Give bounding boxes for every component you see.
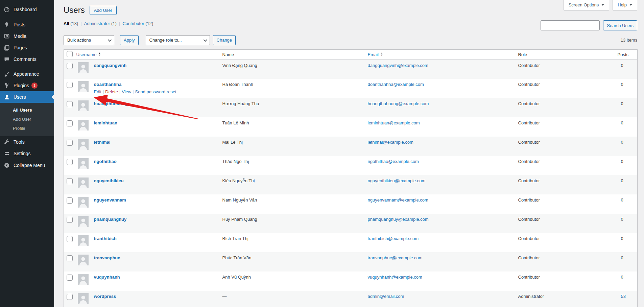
delete-action-link[interactable]: Delete [105,89,118,94]
username-link[interactable]: wordpress [94,294,116,299]
row-checkbox[interactable] [67,63,73,69]
help-button[interactable]: Help [613,0,637,10]
user-posts-count[interactable]: 53 [621,294,626,299]
user-email-link[interactable]: vuquynhanh@example.com [368,275,422,280]
username-link[interactable]: hoangthuhuong [94,101,127,106]
sidebar-item-appearance[interactable]: Appearance [0,68,54,80]
row-checkbox[interactable] [67,101,73,107]
user-posts-count[interactable]: 0 [621,159,623,164]
username-link[interactable]: lethimai [94,140,111,145]
user-avatar [78,120,89,131]
user-row-phamquanghuy: phamquanghuyHuy Phạm Quangphamquanghuy@e… [64,214,638,233]
user-name: Hương Hoàng Thu [222,98,368,117]
add-user-button[interactable]: Add User [90,6,117,15]
view-action-link[interactable]: View [122,89,131,94]
row-checkbox[interactable] [67,197,73,204]
filter-contributor[interactable]: Contributor [122,21,144,26]
user-posts-count[interactable]: 0 [621,236,623,241]
username-link[interactable]: leminhtuan [94,120,117,125]
submenu-item-add-user[interactable]: Add User [0,115,54,124]
row-checkbox[interactable] [67,178,73,184]
username-link[interactable]: ngothithao [94,159,117,164]
row-checkbox[interactable] [67,120,73,126]
row-checkbox[interactable] [67,217,73,223]
comment-icon [3,56,10,63]
username-link[interactable]: doanthanhha [94,82,122,87]
user-email-link[interactable]: nguyenvannam@example.com [368,197,428,203]
row-checkbox[interactable] [67,82,73,88]
username-link[interactable]: tranvanphuc [94,255,120,260]
user-name: Tuấn Lê Minh [222,117,368,137]
sidebar-item-plugins[interactable]: Plugins1 [0,80,54,91]
row-checkbox[interactable] [67,236,73,242]
sidebar-item-users[interactable]: Users [0,91,54,103]
submenu-item-profile[interactable]: Profile [0,124,54,133]
user-email-link[interactable]: phamquanghuy@example.com [368,217,429,222]
sidebar-item-comments[interactable]: Comments [0,53,54,65]
wrench-icon [3,139,10,145]
row-checkbox[interactable] [67,275,73,281]
table-header-row: Username ▲▼ Name Email ▲▼ [64,49,638,60]
row-checkbox[interactable] [67,140,73,146]
update-count-badge: 1 [31,82,38,89]
reset-action-link[interactable]: Send password reset [135,89,176,94]
filter-administrator[interactable]: Administrator [84,21,110,26]
change-role-select[interactable]: Change role to... [146,35,210,45]
sidebar-item-posts[interactable]: Posts [0,19,54,30]
user-email-link[interactable]: leminhtuan@example.com [368,120,420,125]
user-posts-count[interactable]: 0 [621,255,623,260]
row-checkbox[interactable] [67,255,73,261]
user-posts-count[interactable]: 0 [621,217,623,222]
search-users-input[interactable] [541,20,600,30]
sidebar-item-media[interactable]: Media [0,30,54,42]
sidebar-item-label: Plugins [14,83,29,88]
user-email-link[interactable]: tranthibich@example.com [368,236,419,241]
user-name: Thảo Ngô Thị [222,156,368,175]
sidebar-item-pages[interactable]: Pages [0,42,54,53]
sidebar-item-dashboard[interactable]: Dashboard [0,4,54,15]
username-link[interactable]: phamquanghuy [94,217,127,222]
sidebar-item-label: Appearance [14,71,39,77]
row-checkbox[interactable] [67,294,73,300]
user-row-tranvanphuc: tranvanphucPhúc Trần Văntranvanphuc@exam… [64,252,638,271]
change-button[interactable]: Change [213,35,236,45]
select-all-checkbox[interactable] [67,51,73,57]
user-email-link[interactable]: dangquangvinh@example.com [368,63,428,68]
user-posts-count[interactable]: 0 [621,101,623,106]
username-link[interactable]: tranthibich [94,236,117,241]
chevron-down-icon [203,38,207,42]
bulk-actions-select[interactable]: Bulk actions [64,35,114,45]
username-link[interactable]: nguyenthikieu [94,178,124,183]
sidebar-item-collapse-menu[interactable]: Collapse Menu [0,160,54,171]
user-email-link[interactable]: hoangthuhuong@example.com [368,101,429,106]
user-email-link[interactable]: admin@email.com [368,294,404,299]
user-posts-count[interactable]: 0 [621,63,623,68]
user-posts-count[interactable]: 0 [621,178,623,183]
username-link[interactable]: nguyenvannam [94,197,126,203]
user-email-link[interactable]: lethimai@example.com [368,140,413,145]
user-email-link[interactable]: ngothithao@example.com [368,159,419,164]
user-posts-count[interactable]: 0 [621,140,623,145]
user-posts-count[interactable]: 0 [621,197,623,203]
user-email-link[interactable]: doanthanhha@example.com [368,82,424,87]
apply-button[interactable]: Apply [120,35,139,45]
user-email-link[interactable]: tranvanphuc@example.com [368,255,423,260]
user-role: Contributor [518,137,618,156]
sidebar-item-settings[interactable]: Settings [0,148,54,159]
search-users-button[interactable]: Search Users [603,20,637,30]
user-posts-count[interactable]: 0 [621,275,623,280]
user-name: Bích Trần Thị [222,233,368,252]
sidebar-item-tools[interactable]: Tools [0,136,54,148]
sort-by-email[interactable]: Email ▲▼ [368,52,383,57]
username-link[interactable]: vuquynhanh [94,275,120,280]
user-posts-count[interactable]: 0 [621,82,623,87]
username-link[interactable]: dangquangvinh [94,63,127,68]
sort-by-username[interactable]: Username ▲▼ [76,52,101,57]
submenu-item-all-users[interactable]: All Users [0,105,54,115]
filter-all[interactable]: All [64,21,69,26]
edit-action-link[interactable]: Edit [94,89,101,94]
user-posts-count[interactable]: 0 [621,120,623,125]
user-email-link[interactable]: nguyenthikieu@example.com [368,178,426,183]
screen-options-button[interactable]: Screen Options [564,0,610,10]
row-checkbox[interactable] [67,159,73,165]
